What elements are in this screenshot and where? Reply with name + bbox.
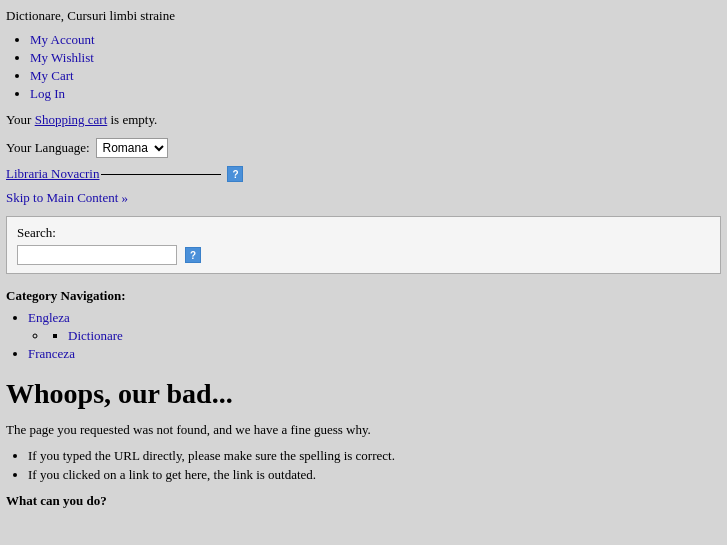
engleza-sub-item: Dictionare [48, 328, 721, 344]
libraria-row: Libraria Novacrin ? [6, 166, 721, 182]
error-heading: Whoops, our bad... [6, 378, 721, 410]
language-select[interactable]: Romana [96, 138, 168, 158]
underline-bar [101, 174, 221, 175]
page-wrapper: Dictionare, Cursuri limbi straine My Acc… [0, 0, 727, 517]
what-can-you-do: What can you do? [6, 493, 721, 509]
cat-item-engleza: Engleza Dictionare [28, 310, 721, 344]
error-list: If you typed the URL directly, please ma… [6, 448, 721, 483]
engleza-sub-sub-list: Dictionare [48, 328, 721, 344]
search-box: Search: ? [6, 216, 721, 274]
category-nav-title: Category Navigation: [6, 288, 721, 304]
skip-to-main-link[interactable]: Skip to Main Content » [6, 190, 721, 206]
libraria-link[interactable]: Libraria Novacrin [6, 166, 99, 182]
site-title: Dictionare, Cursuri limbi straine [6, 8, 721, 24]
language-row: Your Language: Romana [6, 138, 721, 158]
cart-prefix: Your [6, 112, 35, 127]
nav-item-account: My Account [30, 32, 721, 48]
error-section: Whoops, our bad... The page you requeste… [6, 378, 721, 509]
cart-suffix: is empty. [107, 112, 157, 127]
my-cart-link[interactable]: My Cart [30, 68, 74, 83]
my-account-link[interactable]: My Account [30, 32, 95, 47]
engleza-sub-list: Dictionare [28, 328, 721, 344]
my-wishlist-link[interactable]: My Wishlist [30, 50, 94, 65]
franceza-link[interactable]: Franceza [28, 346, 75, 361]
engleza-link[interactable]: Engleza [28, 310, 70, 325]
search-help-icon[interactable]: ? [185, 247, 201, 263]
dictionare-item: Dictionare [68, 328, 721, 344]
log-in-link[interactable]: Log In [30, 86, 65, 101]
cat-item-franceza: Franceza [28, 346, 721, 362]
nav-item-login: Log In [30, 86, 721, 102]
error-description: The page you requested was not found, an… [6, 422, 721, 438]
shopping-cart-link[interactable]: Shopping cart [35, 112, 108, 127]
category-list: Engleza Dictionare Franceza [6, 310, 721, 362]
nav-item-cart: My Cart [30, 68, 721, 84]
top-nav: My Account My Wishlist My Cart Log In [6, 32, 721, 102]
search-row: ? [17, 245, 710, 265]
dictionare-link[interactable]: Dictionare [68, 328, 123, 343]
error-item-0: If you typed the URL directly, please ma… [28, 448, 721, 464]
nav-item-wishlist: My Wishlist [30, 50, 721, 66]
error-item-1: If you clicked on a link to get here, th… [28, 467, 721, 483]
libraria-help-icon[interactable]: ? [227, 166, 243, 182]
search-input[interactable] [17, 245, 177, 265]
cart-status: Your Shopping cart is empty. [6, 112, 721, 128]
search-label: Search: [17, 225, 710, 241]
language-label: Your Language: [6, 140, 90, 156]
category-nav: Category Navigation: Engleza Dictionare … [6, 288, 721, 362]
